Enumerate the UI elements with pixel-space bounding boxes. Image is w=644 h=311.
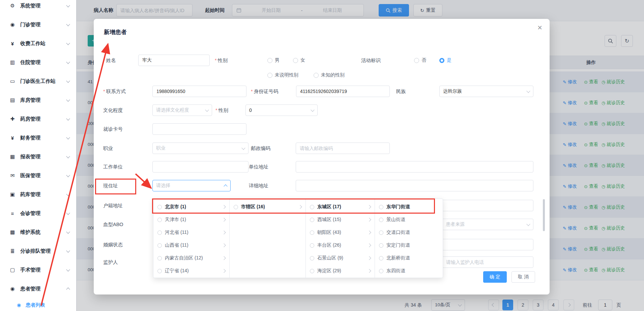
sidebar-item-label: 医保管理 — [20, 173, 67, 179]
radio-circle-icon — [310, 269, 314, 273]
sidebar-item-drugstore[interactable]: ▣药库管理 — [0, 185, 76, 204]
cascader-option-province[interactable]: 山西省 (11) — [153, 239, 229, 252]
radio-label: 否 — [421, 57, 426, 63]
occupation-select[interactable]: 职业 — [152, 143, 248, 154]
cur-addr-cascader-select[interactable]: 请选择 — [152, 180, 231, 191]
cascader-option-district[interactable]: 西城区 (15) — [306, 213, 375, 226]
option-label: 安定门街道 — [386, 242, 439, 248]
contact-input[interactable] — [152, 86, 246, 97]
cross-icon: ✚ — [9, 116, 16, 122]
cascader-option-district[interactable]: 丰台区 (26) — [306, 239, 375, 252]
option-label: 朝阳区 (43) — [317, 229, 365, 236]
person-icon: ◉ — [9, 22, 16, 28]
grid-icon: ▣ — [9, 191, 16, 197]
sidebar-subitem-label: 患者列表 — [26, 302, 45, 308]
guardian-phone-input[interactable] — [442, 256, 533, 268]
chevron-down-icon — [66, 79, 70, 83]
ethnicity-select[interactable]: 达斡尔族 — [439, 86, 533, 97]
radio-label: 女 — [300, 57, 305, 63]
cascader-option-province[interactable]: 河北省 (11) — [153, 226, 229, 239]
gender2-select[interactable]: 0 — [245, 104, 318, 116]
cascader-option-street[interactable]: 景山街道 — [375, 213, 443, 226]
radio-male[interactable]: 男 — [267, 55, 280, 66]
close-icon[interactable]: × — [537, 24, 542, 32]
sidebar-item-surgery[interactable]: ▢手术管理 — [0, 260, 76, 279]
sidebar-item-pharmacy[interactable]: ✚药房管理 — [0, 110, 76, 128]
list-icon: ≡ — [9, 211, 16, 216]
ethnicity-label: 民族 — [396, 86, 406, 97]
radio-circle-icon — [267, 58, 272, 63]
cascader-option-city[interactable]: 市辖区 (16) — [230, 200, 305, 213]
sidebar-item-label: 患者管理 — [20, 286, 67, 292]
name-input[interactable] — [138, 55, 210, 66]
id-number-input[interactable] — [296, 86, 390, 97]
education-select[interactable]: 请选择文化程度 — [152, 104, 212, 116]
sidebar-item-consultation[interactable]: ≡会诊管理 — [0, 204, 76, 223]
sidebar-item-label: 门诊管理 — [20, 22, 67, 28]
cascader-option-street[interactable]: 交道口街道 — [375, 226, 443, 239]
cascader-option-district[interactable]: 朝阳区 (43) — [306, 226, 375, 239]
option-label: 市辖区 (16) — [241, 204, 296, 210]
work-addr-input[interactable] — [296, 161, 533, 173]
chevron-down-icon — [66, 154, 70, 158]
chevron-down-icon — [66, 211, 70, 215]
cascader-option-province[interactable]: 北京市 (1) — [153, 200, 229, 213]
confirm-button[interactable]: 确 定 — [483, 271, 507, 283]
detail-addr-input[interactable] — [296, 180, 533, 191]
radio-gender-unstated[interactable]: 未说明性别 — [267, 69, 298, 81]
patient-source-select[interactable]: 患者来源 — [442, 219, 533, 230]
radio-circle-icon — [157, 205, 162, 209]
sidebar-item-charging[interactable]: ¥收费工作站 — [0, 34, 76, 53]
cascader-option-street[interactable]: 东华门街道 — [375, 200, 443, 213]
radio-gender-unknown[interactable]: 未知的性别 — [314, 69, 345, 81]
sidebar-item-report[interactable]: ▦报表管理 — [0, 147, 76, 166]
sidebar-item-doctor-station[interactable]: ▭门诊医生工作站 — [0, 72, 76, 91]
chevron-right-icon — [367, 230, 371, 234]
cascader-option-province[interactable]: 内蒙古自治区 (12) — [153, 252, 229, 265]
add-patient-modal: 新增患者 × *姓名 *性别 男 女 活动标识 否 是 未说明性别 未知的性别 … — [94, 19, 550, 294]
cascader-option-street[interactable]: 安定门街道 — [375, 239, 443, 252]
card-no-input[interactable] — [152, 123, 246, 135]
cascader-street-column: 东华门街道 景山街道 交道口街道 安定门街道 北新桥街道 东四街道 — [375, 199, 443, 278]
sidebar-item-insurance[interactable]: ✉医保管理 — [0, 166, 76, 185]
chevron-down-icon — [66, 173, 70, 177]
sidebar-item-warehouse[interactable]: ▤库房管理 — [0, 91, 76, 110]
radio-selected-icon — [439, 58, 444, 63]
sidebar-item-finance[interactable]: ¥财务管理 — [0, 128, 76, 147]
sidebar-item-maintenance[interactable]: ▩维护系统 — [0, 223, 76, 242]
radio-circle-icon — [414, 58, 419, 63]
patient-source-placeholder: 患者来源 — [446, 221, 465, 227]
chevron-right-icon — [367, 205, 371, 209]
radio-active-yes[interactable]: 是 — [439, 55, 451, 66]
guardian-label: 监护人 — [103, 256, 118, 268]
cancel-button[interactable]: 取 消 — [511, 271, 535, 283]
cascader-option-province[interactable]: 辽宁省 (14) — [153, 265, 229, 277]
cascader-option-province[interactable]: 天津市 (1) — [153, 213, 229, 226]
gender-label: *性别 — [215, 55, 228, 66]
grid-icon: ▩ — [9, 229, 16, 235]
cascader-option-street[interactable]: 东四街道 — [375, 265, 443, 277]
cascader-option-district[interactable]: 石景山区 (9) — [306, 252, 375, 265]
work-unit-input[interactable] — [152, 161, 248, 173]
radio-female[interactable]: 女 — [293, 55, 305, 66]
postcode-input[interactable] — [296, 143, 390, 154]
gender2-value: 0 — [249, 107, 252, 113]
sidebar-item-inpatient[interactable]: ▥住院管理 — [0, 53, 76, 72]
cascader-option-district[interactable]: 海淀区 (29) — [306, 265, 375, 277]
sidebar-item-system[interactable]: ⚙系统管理 — [0, 0, 76, 15]
sidebar-item-outpatient[interactable]: ◉门诊管理 — [0, 15, 76, 34]
sidebar-subitem-patient-list[interactable]: ◉患者列表 — [0, 298, 76, 311]
chevron-down-icon — [66, 230, 70, 234]
radio-circle-icon — [293, 58, 298, 63]
sidebar-item-patient-mgmt[interactable]: ◉患者管理 — [0, 279, 76, 298]
chevron-right-icon — [298, 205, 302, 209]
sidebar-item-triage-queue[interactable]: ≣分诊排队管理 — [0, 242, 76, 260]
radio-circle-icon — [234, 205, 238, 209]
modal-scrollbar[interactable] — [543, 199, 545, 231]
cascader-option-street[interactable]: 北新桥街道 — [375, 252, 443, 265]
cascader-option-district[interactable]: 东城区 (17) — [306, 200, 375, 213]
radio-circle-icon — [310, 205, 314, 209]
person-icon: ◉ — [16, 302, 22, 308]
radio-active-no[interactable]: 否 — [414, 55, 426, 66]
sidebar-item-label: 系统管理 — [20, 3, 67, 9]
